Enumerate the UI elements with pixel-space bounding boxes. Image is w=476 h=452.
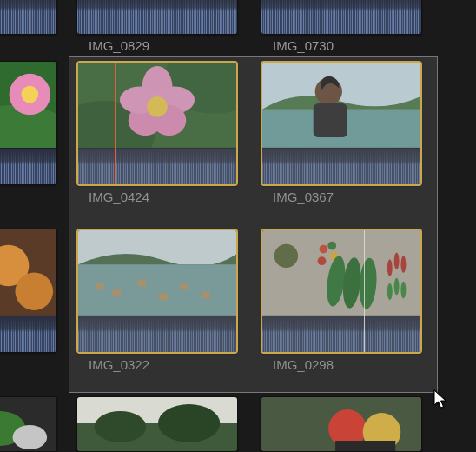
svg-point-34 <box>320 245 328 254</box>
clip-label: IMG_0367 <box>273 189 422 204</box>
clip-thumbnail[interactable] <box>0 396 57 452</box>
clip-item <box>0 61 57 185</box>
clip-item <box>261 396 422 452</box>
clip-label: IMG_0322 <box>89 357 238 372</box>
audio-waveform <box>261 0 421 34</box>
marker-indicator[interactable] <box>364 230 365 352</box>
image-icon <box>0 62 56 148</box>
clip-label: IMG_0829 <box>89 38 238 53</box>
audio-waveform <box>78 316 236 352</box>
clip-thumbnail[interactable] <box>0 229 57 353</box>
clip-item <box>0 0 57 35</box>
clip-thumbnail[interactable] <box>76 396 238 452</box>
clip-thumbnail[interactable] <box>261 0 422 35</box>
svg-rect-31 <box>202 291 210 298</box>
clip-item: IMG_0829 <box>76 0 238 53</box>
svg-point-53 <box>95 411 146 442</box>
svg-rect-27 <box>112 289 121 296</box>
cursor-icon <box>433 389 449 415</box>
svg-point-36 <box>318 256 327 265</box>
clip-thumbnail[interactable] <box>0 0 57 35</box>
image-icon <box>0 229 56 316</box>
clip-thumbnail[interactable] <box>0 61 57 185</box>
svg-rect-26 <box>96 283 104 290</box>
audio-waveform <box>77 0 237 34</box>
clip-item <box>0 396 57 452</box>
audio-waveform <box>0 148 56 184</box>
svg-point-13 <box>147 96 167 116</box>
clip-item <box>76 396 238 452</box>
image-icon <box>262 63 420 148</box>
clip-thumbnail[interactable] <box>261 229 422 354</box>
svg-point-4 <box>21 86 38 103</box>
clip-item: IMG_0730 <box>261 0 422 53</box>
clip-thumbnail[interactable] <box>76 0 238 35</box>
svg-point-44 <box>394 278 400 296</box>
clip-thumbnail[interactable] <box>76 61 238 186</box>
svg-point-46 <box>387 283 393 301</box>
clip-library[interactable]: IMG_0829 IMG_0730 <box>0 0 476 452</box>
svg-rect-58 <box>335 441 395 451</box>
svg-point-42 <box>400 256 406 273</box>
svg-point-43 <box>387 259 393 276</box>
svg-rect-30 <box>180 283 188 290</box>
clip-label: IMG_0298 <box>273 357 422 372</box>
svg-rect-25 <box>78 264 236 316</box>
clip-item: IMG_0322 <box>76 229 238 372</box>
image-icon <box>262 230 420 316</box>
audio-waveform <box>262 148 420 184</box>
image-icon <box>78 230 236 316</box>
svg-point-54 <box>158 404 220 442</box>
svg-rect-29 <box>159 293 168 300</box>
svg-point-37 <box>327 242 336 250</box>
clip-thumbnail[interactable] <box>261 61 422 186</box>
audio-waveform <box>78 148 236 184</box>
image-icon <box>0 397 56 451</box>
clip-item <box>0 229 57 353</box>
svg-rect-17 <box>314 103 347 137</box>
audio-waveform <box>0 316 56 352</box>
image-icon <box>77 397 237 451</box>
clip-thumbnail[interactable] <box>76 229 238 354</box>
clip-item: IMG_0298 <box>261 229 422 372</box>
playhead-indicator[interactable] <box>115 63 116 184</box>
svg-point-45 <box>400 282 406 299</box>
clip-label: IMG_0424 <box>89 189 238 204</box>
audio-waveform <box>262 316 420 352</box>
image-icon <box>261 397 421 451</box>
image-icon <box>78 63 236 148</box>
svg-point-41 <box>394 252 400 269</box>
svg-rect-28 <box>137 280 146 287</box>
clip-thumbnail[interactable] <box>261 396 422 452</box>
clip-item: IMG_0424 <box>76 61 238 204</box>
svg-point-50 <box>13 425 48 449</box>
clip-label: IMG_0730 <box>273 38 422 53</box>
svg-point-22 <box>16 272 54 310</box>
clip-item: IMG_0367 <box>261 61 422 204</box>
audio-waveform <box>0 0 56 34</box>
svg-point-33 <box>274 244 298 268</box>
